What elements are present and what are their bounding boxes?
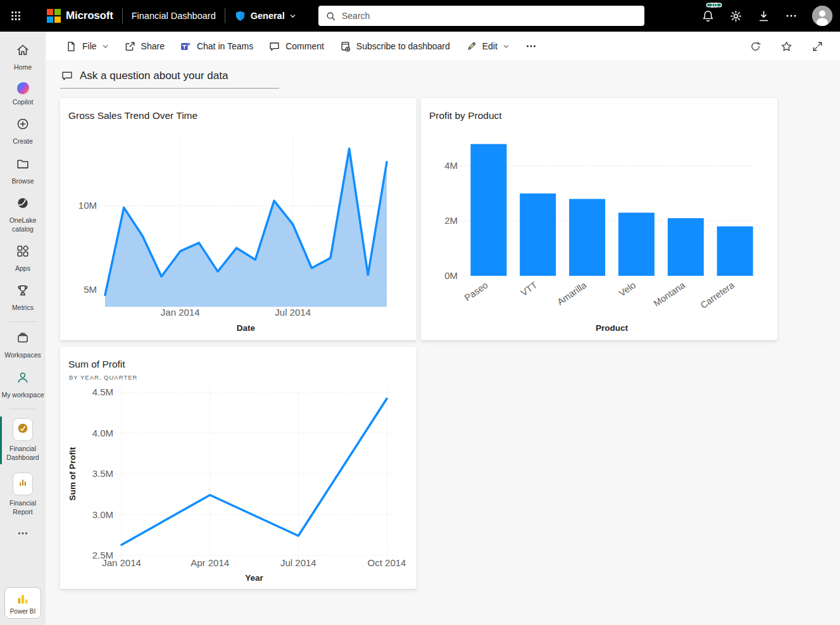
svg-text:VTT: VTT [519, 280, 539, 298]
tile-sum-of-profit[interactable]: 2.5M3.0M3.5M4.0M4.5MJan 2014Apr 2014Jul … [60, 347, 417, 589]
sidebar-item-more[interactable] [0, 522, 46, 548]
svg-text:Carretera: Carretera [698, 280, 736, 311]
sidebar-item-label: Metrics [12, 303, 34, 312]
sidebar-item-label: Browse [11, 176, 34, 185]
toolbar-more-button[interactable] [517, 36, 545, 56]
toolbar-share-button[interactable]: Share [116, 37, 172, 56]
toolbar-item-label: Share [141, 41, 165, 51]
tile-title: Profit by Product [429, 110, 502, 121]
tile-title: Sum of Profit [68, 359, 125, 370]
toolbar-chat-in-teams-button[interactable]: Chat in Teams [172, 37, 261, 56]
waffle-icon [10, 10, 22, 22]
share-icon [124, 40, 136, 53]
sidebar-item-browse[interactable]: Browse [0, 152, 46, 191]
powerbi-switcher-button[interactable]: Power BI [4, 587, 41, 619]
svg-text:Apr 2014: Apr 2014 [191, 557, 229, 568]
divider [122, 8, 123, 23]
page-title: Financial Dashboard [132, 11, 216, 21]
settings-gear-button[interactable] [729, 9, 743, 23]
shield-icon [234, 10, 246, 22]
sum-of-profit-line-chart: 2.5M3.0M3.5M4.0M4.5MJan 2014Apr 2014Jul … [60, 347, 417, 589]
svg-text:Oct 2014: Oct 2014 [368, 557, 406, 568]
search-placeholder: Search [342, 11, 370, 21]
toolbar-comment-button[interactable]: Comment [261, 37, 332, 56]
comment-icon [268, 40, 280, 53]
powerbi-label: Power BI [10, 608, 36, 615]
svg-text:Year: Year [245, 573, 263, 583]
dashboard-toolbar: FileShareChat in TeamsCommentSubscribe t… [46, 32, 840, 61]
toolbar-subscribe-button[interactable]: Subscribe to dashboard [332, 37, 458, 56]
sidebar-item-copilot[interactable]: Copilot [0, 77, 46, 112]
sidebar-item-label: My workspace [1, 390, 44, 399]
chevron-icon [503, 43, 510, 50]
left-navigation: HomeCopilotCreateBrowseOneLake catalogAp… [0, 32, 46, 625]
dashboard-canvas: Ask a question about your data 5M10MJan … [46, 61, 840, 625]
qna-input[interactable]: Ask a question about your data [60, 68, 279, 89]
more-options-button[interactable] [785, 9, 798, 22]
metrics-icon [16, 283, 30, 300]
microsoft-logo[interactable]: Microsoft [47, 9, 113, 23]
sidebar-item-financial-report[interactable]: Financial Report [0, 467, 46, 522]
search-input[interactable]: Search [318, 6, 644, 26]
toolbar-refresh-button[interactable] [749, 40, 762, 53]
toolbar-item-label: File [82, 41, 97, 51]
account-avatar[interactable] [812, 6, 832, 26]
notifications-button[interactable]: 10 [701, 9, 715, 23]
tile-profit-by-product[interactable]: 0M2M4MPaseoVTTAmarillaVeloMontanaCarrete… [421, 98, 777, 340]
financial-report-icon [13, 473, 33, 495]
brand-wordmark: Microsoft [66, 9, 113, 22]
tile-title: Gross Sales Trend Over Time [68, 110, 197, 121]
home-icon [16, 43, 30, 59]
workspaces-icon [16, 331, 30, 347]
copilot-icon [17, 82, 29, 94]
file-icon [65, 40, 77, 53]
svg-text:Jul 2014: Jul 2014 [280, 557, 317, 568]
sidebar-item-label: Financial Report [1, 498, 44, 516]
toolbar-item-label: Chat in Teams [197, 41, 253, 51]
sidebar-item-label: Financial Dashboard [1, 444, 44, 462]
chevron-icon [102, 43, 109, 50]
powerbi-logo-icon [16, 592, 30, 606]
sidebar-item-workspaces[interactable]: Workspaces [0, 326, 46, 365]
search-icon [325, 11, 336, 22]
sidebar-item-financial-dashboard[interactable]: Financial Dashboard [0, 413, 46, 467]
toolbar-edit-button[interactable]: Edit [458, 37, 517, 56]
sidebar-item-home[interactable]: Home [0, 38, 46, 77]
sidebar-item-create[interactable]: Create [0, 112, 46, 151]
svg-text:0M: 0M [444, 270, 458, 281]
tile-gross-sales-trend[interactable]: 5M10MJan 2014Jul 2014Date Gross Sales Tr… [60, 98, 417, 340]
sidebar-item-onelake-catalog[interactable]: OneLake catalog [0, 191, 46, 239]
toolbar-favorite-button[interactable] [780, 40, 793, 53]
top-app-bar: Microsoft Financial Dashboard General Se… [0, 0, 840, 32]
svg-text:Jan 2014: Jan 2014 [102, 557, 141, 568]
qna-placeholder: Ask a question about your data [80, 70, 228, 82]
sidebar-divider [9, 321, 36, 322]
toolbar-left: FileShareChat in TeamsCommentSubscribe t… [58, 36, 545, 56]
sensitivity-label-button[interactable]: General [234, 10, 296, 22]
edit-icon [465, 40, 477, 53]
topbar-actions: 10 [701, 0, 832, 32]
download-button[interactable] [757, 9, 770, 23]
browse-icon [16, 157, 30, 173]
sidebar-item-apps[interactable]: Apps [0, 239, 46, 278]
app-launcher-button[interactable] [0, 0, 32, 32]
more-icon [525, 40, 537, 53]
sidebar-item-label: Create [13, 137, 33, 145]
microsoft-squares-icon [47, 9, 61, 23]
financial-dashboard-icon [13, 418, 33, 441]
sidebar-item-label: Copilot [13, 97, 34, 106]
my-workspace-icon [16, 371, 30, 387]
sidebar-divider [9, 409, 36, 409]
onelake-icon [16, 196, 30, 213]
toolbar-expand-button[interactable] [812, 40, 824, 53]
speech-bubble-icon [61, 70, 73, 82]
sidebar-item-label: Apps [15, 264, 30, 273]
svg-text:5M: 5M [84, 284, 97, 295]
toolbar-file-button[interactable]: File [58, 37, 116, 56]
teams-icon [180, 40, 192, 53]
toolbar-right [749, 40, 824, 53]
sidebar-item-my-workspace[interactable]: My workspace [0, 366, 46, 405]
sidebar-item-metrics[interactable]: Metrics [0, 278, 46, 318]
svg-text:Velo: Velo [617, 280, 637, 298]
apps-icon [16, 244, 30, 261]
